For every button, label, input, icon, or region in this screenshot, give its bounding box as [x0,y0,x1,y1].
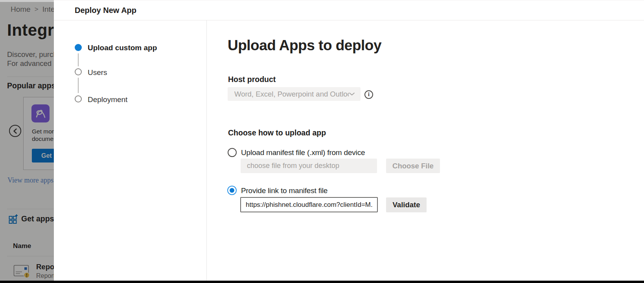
manifest-file-input [241,159,377,173]
step-active-dot-icon [75,44,82,51]
chevron-down-icon [349,92,355,96]
radio-provide-link-label[interactable]: Provide link to manifest file [241,186,328,195]
step-pending-circle-icon [75,95,82,102]
choose-file-button: Choose File [386,159,440,173]
validate-button[interactable]: Validate [386,197,427,212]
choose-upload-method-label: Choose how to upload app [228,128,326,137]
radio-upload-manifest-file[interactable] [228,148,237,157]
panel-header-divider [54,20,644,20]
host-product-selected-value: Word, Excel, Powerpoint and Outlook [234,90,349,99]
content-heading: Upload Apps to deploy [228,37,381,54]
stepper-item-deployment[interactable]: Deployment [88,95,127,104]
manifest-link-input[interactable] [240,197,378,212]
radio-provide-link[interactable] [227,186,237,195]
stepper-item-users[interactable]: Users [88,68,107,77]
deploy-new-app-panel: Deploy New App Upload custom app Users D… [54,0,644,283]
host-product-select[interactable]: Word, Excel, Powerpoint and Outlook [228,87,361,101]
info-icon[interactable] [364,90,373,99]
panel-title: Deploy New App [75,6,136,15]
bottom-edge-bar [0,281,644,283]
step-pending-circle-icon [75,68,82,75]
radio-upload-manifest-file-label[interactable]: Upload manifest file (.xml) from device [241,148,365,157]
radio-selected-dot-icon [230,188,234,193]
stepper-item-upload-custom-app[interactable]: Upload custom app [88,44,157,52]
host-product-label: Host product [228,75,276,84]
stepper-connector [78,53,79,66]
stepper-content-divider [206,20,207,281]
stepper-connector [78,78,79,93]
